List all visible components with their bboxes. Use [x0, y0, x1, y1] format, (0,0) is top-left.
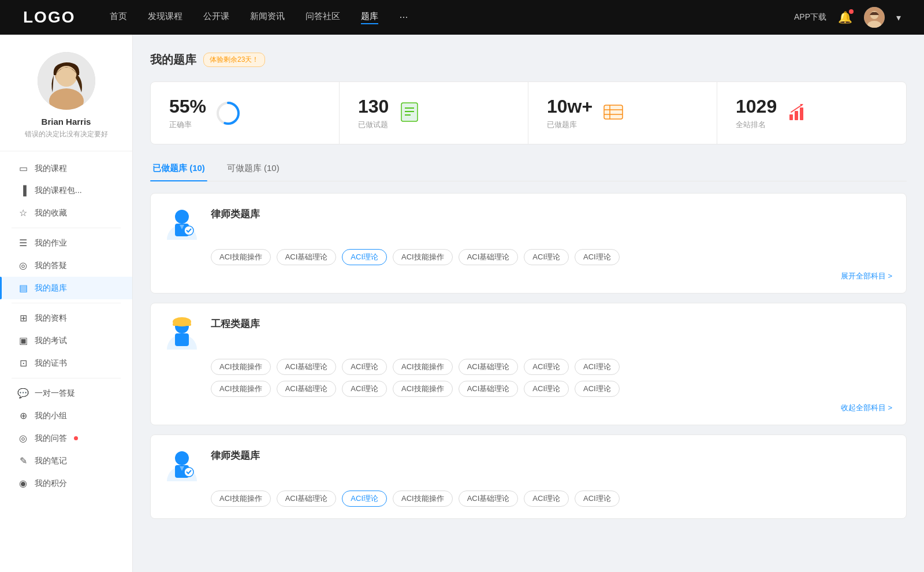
nav-app-download[interactable]: APP下载 [794, 12, 826, 23]
tag-1-1[interactable]: ACI技能操作 [211, 249, 271, 265]
logo: LOGO [23, 8, 75, 27]
stat-questions-label: 已做试题 [358, 120, 389, 130]
qbank-icon: ▤ [17, 283, 29, 294]
nav-bell[interactable]: 🔔 [838, 10, 852, 24]
svg-rect-19 [800, 107, 803, 120]
nav-chevron-icon[interactable]: ▾ [896, 12, 901, 23]
tag-2-1[interactable]: ACI技能操作 [211, 359, 271, 375]
qbank-lawyer-1-header: 律师类题库 [165, 205, 892, 240]
tab-available-banks[interactable]: 可做题库 (10) [225, 158, 282, 181]
nav-home[interactable]: 首页 [110, 11, 127, 24]
page-title: 我的题库 [150, 52, 196, 68]
tag-2-3[interactable]: ACI理论 [342, 359, 387, 375]
tag-2-8[interactable]: ACI技能操作 [211, 381, 271, 397]
expand-lawyer-1[interactable]: 展开全部科目 > [165, 271, 892, 281]
menu-item-course-package[interactable]: ▐ 我的课程包... [0, 180, 132, 202]
collapse-engineer[interactable]: 收起全部科目 > [165, 403, 892, 413]
nav-qbank[interactable]: 题库 [361, 11, 378, 24]
menu-divider-2 [12, 303, 121, 303]
svg-point-22 [175, 210, 189, 224]
tag-3-7[interactable]: ACI理论 [575, 491, 620, 507]
tag-1-3[interactable]: ACI理论 [342, 249, 387, 265]
menu-item-qbank[interactable]: ▤ 我的题库 [0, 277, 132, 299]
tag-1-4[interactable]: ACI技能操作 [393, 249, 453, 265]
stat-correct-rate-info: 55% 正确率 [169, 96, 206, 130]
svg-point-6 [56, 66, 77, 87]
menu-divider-1 [12, 228, 121, 228]
tag-3-2[interactable]: ACI基础理论 [277, 491, 337, 507]
menu-item-certificates[interactable]: ⊡ 我的证书 [0, 352, 132, 374]
tag-3-6[interactable]: ACI理论 [524, 491, 569, 507]
nav-open-course[interactable]: 公开课 [203, 11, 229, 24]
tag-2-6[interactable]: ACI理论 [524, 359, 569, 375]
tag-2-13[interactable]: ACI理论 [524, 381, 569, 397]
tab-done-banks[interactable]: 已做题库 (10) [150, 158, 207, 181]
menu-label-homework: 我的作业 [35, 238, 67, 248]
nav-qa[interactable]: 问答社区 [305, 11, 340, 24]
qbank-card-engineer: 工程类题库 ACI技能操作 ACI基础理论 ACI理论 ACI技能操作 ACI基… [150, 303, 907, 425]
tag-2-7[interactable]: ACI理论 [575, 359, 620, 375]
stat-rank-info: 1029 全站排名 [736, 96, 777, 130]
stat-banks-value: 10w+ [547, 96, 593, 117]
tag-2-10[interactable]: ACI理论 [342, 381, 387, 397]
svg-rect-18 [795, 111, 798, 120]
qbank-engineer-tags-row2: ACI技能操作 ACI基础理论 ACI理论 ACI技能操作 ACI基础理论 AC… [165, 381, 892, 397]
exams-icon: ▣ [17, 335, 29, 346]
tag-2-12[interactable]: ACI基础理论 [459, 381, 519, 397]
menu-item-exams[interactable]: ▣ 我的考试 [0, 329, 132, 352]
notes-icon: ✎ [17, 455, 29, 466]
menu-divider-3 [12, 378, 121, 378]
stat-correct-rate-icon [215, 101, 241, 126]
tag-1-7[interactable]: ACI理论 [575, 249, 620, 265]
stat-questions-done: 130 已做试题 [340, 82, 528, 144]
svg-point-32 [175, 451, 189, 465]
courses-icon: ▭ [17, 163, 29, 174]
tag-3-4[interactable]: ACI技能操作 [393, 491, 453, 507]
nav-discover[interactable]: 发现课程 [148, 11, 182, 24]
tag-2-5[interactable]: ACI基础理论 [459, 359, 519, 375]
course-package-icon: ▐ [17, 185, 29, 196]
nav-more[interactable]: ··· [399, 11, 408, 24]
tag-2-11[interactable]: ACI技能操作 [393, 381, 453, 397]
menu-label-notes: 我的笔记 [35, 456, 67, 466]
one-on-one-icon: 💬 [17, 388, 29, 399]
tag-1-6[interactable]: ACI理论 [524, 249, 569, 265]
menu-item-groups[interactable]: ⊕ 我的小组 [0, 404, 132, 427]
stat-banks-info: 10w+ 已做题库 [547, 96, 593, 130]
tag-1-5[interactable]: ACI基础理论 [459, 249, 519, 265]
menu-item-materials[interactable]: ⊞ 我的资料 [0, 307, 132, 329]
qbank-engineer-header: 工程类题库 [165, 315, 892, 350]
menu-item-favorites[interactable]: ☆ 我的收藏 [0, 202, 132, 224]
qbank-card-lawyer-1: 律师类题库 ACI技能操作 ACI基础理论 ACI理论 ACI技能操作 ACI基… [150, 193, 907, 294]
menu-label-groups: 我的小组 [35, 411, 67, 421]
engineer-icon [165, 315, 199, 350]
menu-item-qa[interactable]: ◎ 我的问答 [0, 427, 132, 450]
menu-label-qbank: 我的题库 [35, 283, 67, 294]
menu-item-points[interactable]: ◉ 我的积分 [0, 472, 132, 495]
tag-2-14[interactable]: ACI理论 [575, 381, 620, 397]
tag-2-4[interactable]: ACI技能操作 [393, 359, 453, 375]
stat-banks-done: 10w+ 已做题库 [528, 82, 717, 144]
tag-1-2[interactable]: ACI基础理论 [277, 249, 337, 265]
nav-news[interactable]: 新闻资讯 [250, 11, 285, 24]
menu-item-one-on-one[interactable]: 💬 一对一答疑 [0, 382, 132, 404]
menu-item-courses[interactable]: ▭ 我的课程 [0, 157, 132, 180]
qbank-lawyer-2-title: 律师类题库 [211, 447, 260, 462]
svg-rect-30 [177, 320, 187, 324]
menu-item-questions[interactable]: ◎ 我的答疑 [0, 254, 132, 277]
groups-icon: ⊕ [17, 410, 29, 421]
qbank-lawyer-2-header: 律师类题库 [165, 447, 892, 481]
tag-3-5[interactable]: ACI基础理论 [459, 491, 519, 507]
page-wrapper: Brian Harris 错误的决定比没有决定要好 ▭ 我的课程 ▐ 我的课程包… [0, 35, 924, 572]
points-icon: ◉ [17, 478, 29, 489]
menu-item-homework[interactable]: ☰ 我的作业 [0, 232, 132, 254]
tag-2-2[interactable]: ACI基础理论 [277, 359, 337, 375]
tag-2-9[interactable]: ACI基础理论 [277, 381, 337, 397]
nav-avatar[interactable] [864, 7, 885, 28]
navbar: LOGO 首页 发现课程 公开课 新闻资讯 问答社区 题库 ··· APP下载 … [0, 0, 924, 35]
stat-questions-icon [398, 101, 423, 126]
svg-rect-13 [604, 105, 623, 119]
menu-item-notes[interactable]: ✎ 我的笔记 [0, 450, 132, 472]
tag-3-3[interactable]: ACI理论 [342, 491, 387, 507]
tag-3-1[interactable]: ACI技能操作 [211, 491, 271, 507]
